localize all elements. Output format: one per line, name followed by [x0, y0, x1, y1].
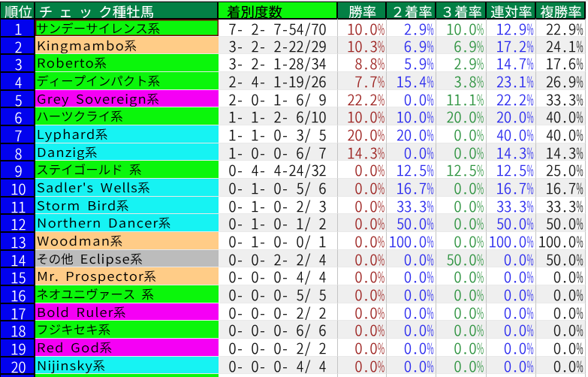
second-rate-cell[interactable]: 0.0% — [387, 249, 436, 267]
place-rate-cell[interactable]: 33.3% — [536, 196, 586, 214]
third-rate-cell[interactable]: 0.0% — [436, 231, 487, 249]
quinella-rate-cell[interactable]: 40.0% — [487, 125, 536, 143]
header-cell-second-rate[interactable]: ２着率 — [387, 2, 436, 19]
second-rate-cell[interactable]: 6.9% — [387, 36, 436, 54]
win-rate-cell[interactable]: 0.0% — [338, 303, 387, 321]
rank-cell[interactable]: 15 — [0, 267, 35, 285]
rank-cell[interactable]: 8 — [0, 143, 35, 161]
win-rate-cell[interactable]: 0.0% — [338, 249, 387, 267]
second-rate-cell[interactable]: 0.0% — [387, 338, 436, 356]
header-cell-counts[interactable]: 着別度数 — [219, 2, 338, 19]
quinella-rate-cell[interactable]: 20.0% — [487, 107, 536, 125]
place-rate-cell[interactable]: 100.0% — [536, 231, 586, 249]
header-cell-rank[interactable]: 順位 — [0, 2, 35, 19]
counts-cell[interactable]: 0- 0- 0- 2/ 2 — [219, 303, 338, 321]
third-rate-cell[interactable]: 0.0% — [436, 285, 487, 303]
third-rate-cell[interactable]: 0.0% — [436, 196, 487, 214]
counts-cell[interactable]: 0- 1- 0- 0/ 1 — [219, 231, 338, 249]
counts-cell[interactable]: 1- 1- 2- 6/10 — [219, 107, 338, 125]
quinella-rate-cell[interactable]: 12.9% — [487, 18, 536, 36]
second-rate-cell[interactable]: 33.3% — [387, 196, 436, 214]
third-rate-cell[interactable]: 0.0% — [436, 320, 487, 338]
place-rate-cell[interactable]: 17.6% — [536, 53, 586, 71]
third-rate-cell[interactable]: 10.0% — [436, 18, 487, 36]
win-rate-cell[interactable]: 7.7% — [338, 71, 387, 89]
second-rate-cell[interactable]: 100.0% — [387, 231, 436, 249]
rank-cell[interactable]: 7 — [0, 125, 35, 143]
rank-cell[interactable]: 4 — [0, 71, 35, 89]
quinella-rate-cell[interactable]: 100.0% — [487, 231, 536, 249]
place-rate-cell[interactable]: 40.0% — [536, 125, 586, 143]
third-rate-cell[interactable]: 0.0% — [436, 356, 487, 374]
counts-cell[interactable]: 0- 1- 0- 1/ 2 — [219, 213, 338, 231]
second-rate-cell[interactable]: 2.9% — [387, 18, 436, 36]
win-rate-cell[interactable]: 10.3% — [338, 36, 387, 54]
second-rate-cell[interactable]: 0.0% — [387, 285, 436, 303]
second-rate-cell[interactable]: 10.0% — [387, 107, 436, 125]
second-rate-cell[interactable]: 50.0% — [387, 213, 436, 231]
counts-cell[interactable]: 3- 2- 2-22/29 — [219, 36, 338, 54]
win-rate-cell[interactable]: 8.8% — [338, 53, 387, 71]
counts-cell[interactable]: 7- 2- 7-54/70 — [219, 18, 338, 36]
name-cell[interactable]: Mr. Prospector系 — [35, 267, 219, 285]
quinella-rate-cell[interactable]: 0.0% — [487, 320, 536, 338]
name-cell[interactable]: その他 Eclipse系 — [35, 249, 219, 267]
second-rate-cell[interactable]: 0.0% — [387, 143, 436, 161]
rank-cell[interactable]: 10 — [0, 178, 35, 196]
rank-cell[interactable]: 5 — [0, 89, 35, 107]
win-rate-cell[interactable]: 0.0% — [338, 178, 387, 196]
quinella-rate-cell[interactable]: 50.0% — [487, 213, 536, 231]
quinella-rate-cell[interactable]: 16.7% — [487, 178, 536, 196]
quinella-rate-cell[interactable]: 33.3% — [487, 196, 536, 214]
rank-cell[interactable]: 3 — [0, 53, 35, 71]
place-rate-cell[interactable]: 14.3% — [536, 143, 586, 161]
name-cell[interactable]: Nijinsky系 — [35, 356, 219, 374]
second-rate-cell[interactable]: 0.0% — [387, 303, 436, 321]
header-cell-win-rate[interactable]: 勝率 — [338, 2, 387, 19]
rank-cell[interactable]: 16 — [0, 285, 35, 303]
quinella-rate-cell[interactable]: 23.1% — [487, 71, 536, 89]
quinella-rate-cell[interactable]: 0.0% — [487, 249, 536, 267]
counts-cell[interactable]: 0- 1- 0- 2/ 3 — [219, 196, 338, 214]
rank-cell[interactable]: 14 — [0, 249, 35, 267]
win-rate-cell[interactable]: 0.0% — [338, 196, 387, 214]
third-rate-cell[interactable]: 6.9% — [436, 36, 487, 54]
place-rate-cell[interactable]: 33.3% — [536, 89, 586, 107]
counts-cell[interactable]: 3- 2- 1-28/34 — [219, 53, 338, 71]
rank-cell[interactable]: 19 — [0, 338, 35, 356]
place-rate-cell[interactable]: 0.0% — [536, 303, 586, 321]
win-rate-cell[interactable]: 14.3% — [338, 143, 387, 161]
name-cell[interactable]: Red God系 — [35, 338, 219, 356]
name-cell[interactable]: Danzig系 — [35, 143, 219, 161]
rank-cell[interactable]: 11 — [0, 196, 35, 214]
place-rate-cell[interactable]: 0.0% — [536, 356, 586, 374]
counts-cell[interactable]: 2- 0- 1- 6/ 9 — [219, 89, 338, 107]
third-rate-cell[interactable]: 0.0% — [436, 303, 487, 321]
place-rate-cell[interactable]: 0.0% — [536, 338, 586, 356]
third-rate-cell[interactable]: 50.0% — [436, 249, 487, 267]
place-rate-cell[interactable]: 50.0% — [536, 249, 586, 267]
name-cell[interactable]: Bold Ruler系 — [35, 303, 219, 321]
counts-cell[interactable]: 0- 0- 0- 6/ 6 — [219, 320, 338, 338]
quinella-rate-cell[interactable]: 0.0% — [487, 267, 536, 285]
second-rate-cell[interactable]: 20.0% — [387, 125, 436, 143]
header-cell-quinella-rate[interactable]: 連対率 — [487, 2, 536, 19]
win-rate-cell[interactable]: 22.2% — [338, 89, 387, 107]
second-rate-cell[interactable]: 0.0% — [387, 267, 436, 285]
counts-cell[interactable]: 0- 0- 2- 2/ 4 — [219, 249, 338, 267]
third-rate-cell[interactable]: 12.5% — [436, 160, 487, 178]
rank-cell[interactable]: 2 — [0, 36, 35, 54]
quinella-rate-cell[interactable]: 14.7% — [487, 53, 536, 71]
win-rate-cell[interactable]: 0.0% — [338, 356, 387, 374]
rank-cell[interactable]: 1 — [0, 18, 35, 36]
name-cell[interactable]: Storm Bird系 — [35, 196, 219, 214]
place-rate-cell[interactable]: 0.0% — [536, 285, 586, 303]
name-cell[interactable]: Woodman系 — [35, 231, 219, 249]
name-cell[interactable]: ステイゴールド 系 — [35, 160, 219, 178]
name-cell[interactable]: ネオユニヴァース 系 — [35, 285, 219, 303]
quinella-rate-cell[interactable]: 0.0% — [487, 356, 536, 374]
counts-cell[interactable]: 0- 4- 4-24/32 — [219, 160, 338, 178]
rank-cell[interactable]: 17 — [0, 303, 35, 321]
second-rate-cell[interactable]: 0.0% — [387, 320, 436, 338]
place-rate-cell[interactable]: 0.0% — [536, 267, 586, 285]
